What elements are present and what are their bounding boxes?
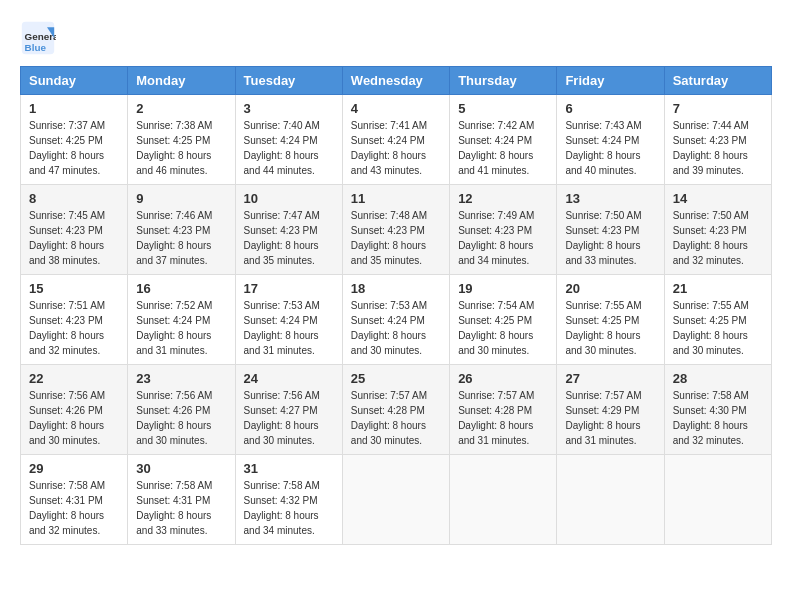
calendar-day-cell: 3 Sunrise: 7:40 AM Sunset: 4:24 PM Dayli… [235, 95, 342, 185]
daylight-label: Daylight: 8 hours and 35 minutes. [351, 240, 426, 266]
col-sunday: Sunday [21, 67, 128, 95]
daylight-label: Daylight: 8 hours and 33 minutes. [565, 240, 640, 266]
sunrise-label: Sunrise: 7:41 AM [351, 120, 427, 131]
day-number: 3 [244, 101, 334, 116]
day-info: Sunrise: 7:56 AM Sunset: 4:26 PM Dayligh… [29, 388, 119, 448]
sunset-label: Sunset: 4:23 PM [673, 135, 747, 146]
sunrise-label: Sunrise: 7:55 AM [565, 300, 641, 311]
day-info: Sunrise: 7:55 AM Sunset: 4:25 PM Dayligh… [673, 298, 763, 358]
daylight-label: Daylight: 8 hours and 30 minutes. [351, 420, 426, 446]
calendar-day-cell: 28 Sunrise: 7:58 AM Sunset: 4:30 PM Dayl… [664, 365, 771, 455]
daylight-label: Daylight: 8 hours and 30 minutes. [458, 330, 533, 356]
day-info: Sunrise: 7:55 AM Sunset: 4:25 PM Dayligh… [565, 298, 655, 358]
daylight-label: Daylight: 8 hours and 46 minutes. [136, 150, 211, 176]
day-info: Sunrise: 7:45 AM Sunset: 4:23 PM Dayligh… [29, 208, 119, 268]
day-info: Sunrise: 7:44 AM Sunset: 4:23 PM Dayligh… [673, 118, 763, 178]
calendar-day-cell: 17 Sunrise: 7:53 AM Sunset: 4:24 PM Dayl… [235, 275, 342, 365]
day-number: 21 [673, 281, 763, 296]
calendar-week-row: 1 Sunrise: 7:37 AM Sunset: 4:25 PM Dayli… [21, 95, 772, 185]
daylight-label: Daylight: 8 hours and 31 minutes. [565, 420, 640, 446]
sunset-label: Sunset: 4:27 PM [244, 405, 318, 416]
day-number: 6 [565, 101, 655, 116]
calendar-day-cell: 13 Sunrise: 7:50 AM Sunset: 4:23 PM Dayl… [557, 185, 664, 275]
day-info: Sunrise: 7:58 AM Sunset: 4:31 PM Dayligh… [136, 478, 226, 538]
calendar-day-cell: 23 Sunrise: 7:56 AM Sunset: 4:26 PM Dayl… [128, 365, 235, 455]
sunset-label: Sunset: 4:24 PM [136, 315, 210, 326]
sunset-label: Sunset: 4:23 PM [351, 225, 425, 236]
sunset-label: Sunset: 4:26 PM [136, 405, 210, 416]
sunrise-label: Sunrise: 7:56 AM [136, 390, 212, 401]
calendar-day-cell: 1 Sunrise: 7:37 AM Sunset: 4:25 PM Dayli… [21, 95, 128, 185]
page-header: General Blue [20, 20, 772, 56]
calendar-week-row: 22 Sunrise: 7:56 AM Sunset: 4:26 PM Dayl… [21, 365, 772, 455]
day-number: 23 [136, 371, 226, 386]
day-number: 10 [244, 191, 334, 206]
daylight-label: Daylight: 8 hours and 40 minutes. [565, 150, 640, 176]
daylight-label: Daylight: 8 hours and 30 minutes. [351, 330, 426, 356]
daylight-label: Daylight: 8 hours and 43 minutes. [351, 150, 426, 176]
day-number: 1 [29, 101, 119, 116]
daylight-label: Daylight: 8 hours and 31 minutes. [136, 330, 211, 356]
daylight-label: Daylight: 8 hours and 30 minutes. [244, 420, 319, 446]
sunset-label: Sunset: 4:23 PM [565, 225, 639, 236]
day-number: 25 [351, 371, 441, 386]
sunrise-label: Sunrise: 7:56 AM [244, 390, 320, 401]
calendar-day-cell: 15 Sunrise: 7:51 AM Sunset: 4:23 PM Dayl… [21, 275, 128, 365]
day-number: 17 [244, 281, 334, 296]
day-number: 27 [565, 371, 655, 386]
calendar-day-cell: 12 Sunrise: 7:49 AM Sunset: 4:23 PM Dayl… [450, 185, 557, 275]
day-number: 15 [29, 281, 119, 296]
daylight-label: Daylight: 8 hours and 32 minutes. [29, 510, 104, 536]
day-number: 19 [458, 281, 548, 296]
sunset-label: Sunset: 4:23 PM [244, 225, 318, 236]
sunrise-label: Sunrise: 7:37 AM [29, 120, 105, 131]
day-info: Sunrise: 7:41 AM Sunset: 4:24 PM Dayligh… [351, 118, 441, 178]
day-number: 16 [136, 281, 226, 296]
sunset-label: Sunset: 4:23 PM [29, 315, 103, 326]
calendar-day-cell: 30 Sunrise: 7:58 AM Sunset: 4:31 PM Dayl… [128, 455, 235, 545]
day-info: Sunrise: 7:46 AM Sunset: 4:23 PM Dayligh… [136, 208, 226, 268]
sunrise-label: Sunrise: 7:46 AM [136, 210, 212, 221]
daylight-label: Daylight: 8 hours and 47 minutes. [29, 150, 104, 176]
calendar-day-cell: 11 Sunrise: 7:48 AM Sunset: 4:23 PM Dayl… [342, 185, 449, 275]
day-number: 4 [351, 101, 441, 116]
calendar-week-row: 8 Sunrise: 7:45 AM Sunset: 4:23 PM Dayli… [21, 185, 772, 275]
sunset-label: Sunset: 4:25 PM [458, 315, 532, 326]
sunrise-label: Sunrise: 7:58 AM [244, 480, 320, 491]
sunrise-label: Sunrise: 7:50 AM [673, 210, 749, 221]
day-info: Sunrise: 7:38 AM Sunset: 4:25 PM Dayligh… [136, 118, 226, 178]
calendar-day-cell: 21 Sunrise: 7:55 AM Sunset: 4:25 PM Dayl… [664, 275, 771, 365]
sunset-label: Sunset: 4:24 PM [351, 135, 425, 146]
day-number: 22 [29, 371, 119, 386]
svg-text:Blue: Blue [25, 42, 47, 53]
sunset-label: Sunset: 4:28 PM [351, 405, 425, 416]
daylight-label: Daylight: 8 hours and 37 minutes. [136, 240, 211, 266]
calendar-day-cell: 9 Sunrise: 7:46 AM Sunset: 4:23 PM Dayli… [128, 185, 235, 275]
sunrise-label: Sunrise: 7:43 AM [565, 120, 641, 131]
sunset-label: Sunset: 4:25 PM [29, 135, 103, 146]
day-number: 11 [351, 191, 441, 206]
calendar-day-cell: 5 Sunrise: 7:42 AM Sunset: 4:24 PM Dayli… [450, 95, 557, 185]
calendar-day-cell: 26 Sunrise: 7:57 AM Sunset: 4:28 PM Dayl… [450, 365, 557, 455]
day-number: 26 [458, 371, 548, 386]
calendar-day-cell: 29 Sunrise: 7:58 AM Sunset: 4:31 PM Dayl… [21, 455, 128, 545]
sunrise-label: Sunrise: 7:57 AM [565, 390, 641, 401]
sunrise-label: Sunrise: 7:58 AM [29, 480, 105, 491]
sunset-label: Sunset: 4:25 PM [565, 315, 639, 326]
sunset-label: Sunset: 4:24 PM [244, 135, 318, 146]
day-info: Sunrise: 7:53 AM Sunset: 4:24 PM Dayligh… [244, 298, 334, 358]
calendar-day-cell: 10 Sunrise: 7:47 AM Sunset: 4:23 PM Dayl… [235, 185, 342, 275]
day-number: 31 [244, 461, 334, 476]
sunrise-label: Sunrise: 7:51 AM [29, 300, 105, 311]
calendar-day-cell: 6 Sunrise: 7:43 AM Sunset: 4:24 PM Dayli… [557, 95, 664, 185]
day-number: 8 [29, 191, 119, 206]
day-info: Sunrise: 7:58 AM Sunset: 4:30 PM Dayligh… [673, 388, 763, 448]
day-info: Sunrise: 7:52 AM Sunset: 4:24 PM Dayligh… [136, 298, 226, 358]
sunrise-label: Sunrise: 7:57 AM [458, 390, 534, 401]
col-wednesday: Wednesday [342, 67, 449, 95]
sunset-label: Sunset: 4:25 PM [673, 315, 747, 326]
sunset-label: Sunset: 4:31 PM [136, 495, 210, 506]
day-info: Sunrise: 7:58 AM Sunset: 4:31 PM Dayligh… [29, 478, 119, 538]
day-info: Sunrise: 7:40 AM Sunset: 4:24 PM Dayligh… [244, 118, 334, 178]
day-info: Sunrise: 7:47 AM Sunset: 4:23 PM Dayligh… [244, 208, 334, 268]
